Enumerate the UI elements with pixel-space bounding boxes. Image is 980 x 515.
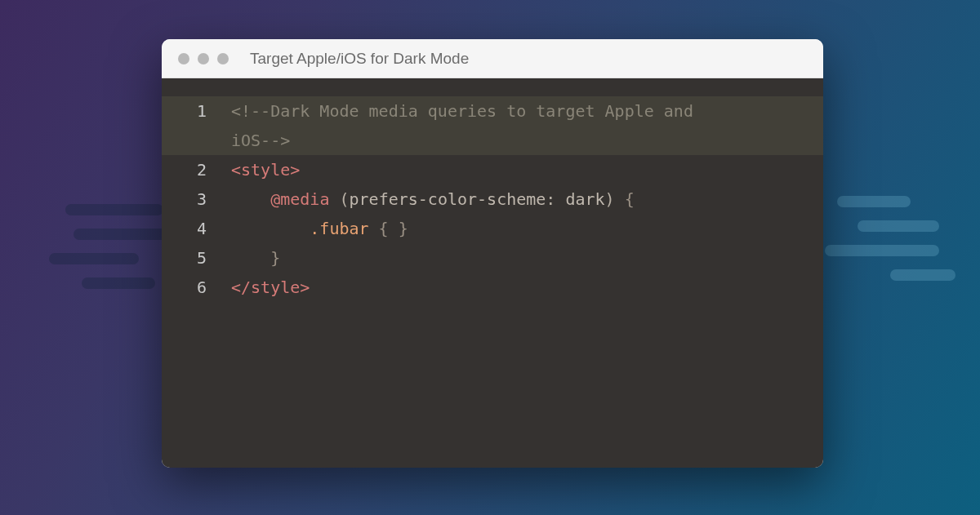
code-line: 3 @media (prefers-color-scheme: dark) { — [162, 184, 823, 214]
code-content: <style> — [231, 155, 823, 184]
line-number: 1 — [162, 96, 231, 126]
code-line: 1<!--Dark Mode media queries to target A… — [162, 96, 823, 126]
line-number: 2 — [162, 155, 231, 184]
window-title: Target Apple/iOS for Dark Mode — [250, 50, 469, 68]
line-number: 4 — [162, 214, 231, 243]
code-editor[interactable]: 1<!--Dark Mode media queries to target A… — [162, 78, 823, 468]
line-number: 3 — [162, 184, 231, 214]
traffic-light-minimize-icon[interactable] — [198, 53, 209, 64]
line-number: 6 — [162, 273, 231, 302]
line-number: 5 — [162, 243, 231, 273]
code-content: @media (prefers-color-scheme: dark) { — [231, 184, 823, 214]
code-content: </style> — [231, 273, 823, 302]
code-content: } — [231, 243, 823, 273]
traffic-light-zoom-icon[interactable] — [217, 53, 229, 64]
code-editor-window: Target Apple/iOS for Dark Mode 1<!--Dark… — [162, 39, 823, 468]
code-line: 6</style> — [162, 273, 823, 302]
code-content: <!--Dark Mode media queries to target Ap… — [231, 96, 823, 126]
code-line: 2<style> — [162, 155, 823, 184]
code-content: iOS--> — [231, 126, 823, 155]
code-line: iOS--> — [162, 126, 823, 155]
line-number — [162, 126, 231, 155]
code-content: .fubar { } — [231, 214, 823, 243]
code-line: 5 } — [162, 243, 823, 273]
window-titlebar: Target Apple/iOS for Dark Mode — [162, 39, 823, 78]
traffic-light-close-icon[interactable] — [178, 53, 189, 64]
code-line: 4 .fubar { } — [162, 214, 823, 243]
